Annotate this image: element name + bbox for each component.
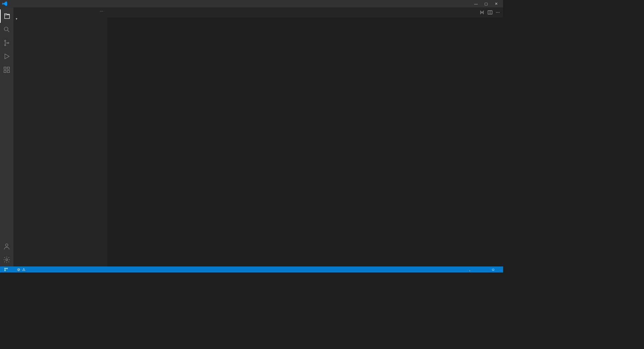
status-line-col[interactable]: , (466, 267, 473, 271)
svg-point-12 (5, 270, 6, 271)
source-control-icon[interactable] (0, 36, 13, 50)
status-problems[interactable]: ⊘ ⚠ (15, 267, 29, 272)
titlebar: — ▢ ✕ (0, 0, 503, 7)
editor-body (107, 24, 503, 266)
svg-point-1 (5, 40, 6, 42)
svg-point-11 (5, 268, 6, 269)
svg-point-0 (4, 27, 8, 31)
settings-gear-icon[interactable] (0, 253, 13, 266)
svg-point-3 (8, 42, 9, 44)
code-editor[interactable] (124, 24, 473, 266)
svg-point-13 (7, 268, 8, 269)
tab-actions: ⋯ (476, 7, 503, 17)
extensions-icon[interactable] (0, 63, 13, 77)
minimize-button[interactable]: — (471, 0, 481, 7)
window-controls: — ▢ ✕ (471, 0, 501, 7)
status-branch[interactable] (2, 267, 11, 271)
file-tree (13, 22, 107, 266)
more-actions-icon[interactable]: ⋯ (100, 9, 104, 14)
status-feedback-icon[interactable]: ☺ (489, 267, 497, 271)
minimap[interactable] (473, 24, 503, 266)
svg-rect-6 (7, 70, 9, 72)
breadcrumbs[interactable] (107, 17, 503, 24)
maximize-button[interactable]: ▢ (481, 0, 491, 7)
svg-point-9 (6, 259, 8, 261)
activity-bar (0, 7, 13, 266)
account-icon[interactable] (0, 240, 13, 253)
editor-tabs: ⋯ (107, 7, 503, 17)
explorer-icon[interactable] (0, 9, 13, 23)
status-bar: ⊘ ⚠ , ☺ (0, 266, 503, 272)
split-editor-icon[interactable] (488, 10, 492, 15)
svg-rect-7 (7, 67, 9, 69)
explorer-sidebar: ⋯ ▾ (13, 7, 107, 266)
vscode-logo-icon (2, 1, 7, 6)
editor-area: ⋯ (107, 7, 503, 266)
run-debug-icon[interactable] (0, 50, 13, 63)
svg-point-2 (5, 45, 6, 46)
svg-rect-4 (4, 67, 6, 69)
close-button[interactable]: ✕ (491, 0, 501, 7)
line-gutter (107, 24, 124, 266)
sidebar-header: ⋯ (13, 7, 107, 16)
search-icon[interactable] (0, 23, 13, 36)
svg-point-8 (5, 244, 8, 246)
more-tab-actions-icon[interactable]: ⋯ (496, 10, 500, 15)
compare-changes-icon[interactable] (480, 10, 484, 15)
project-root[interactable]: ▾ (13, 16, 107, 22)
svg-rect-5 (4, 70, 6, 72)
